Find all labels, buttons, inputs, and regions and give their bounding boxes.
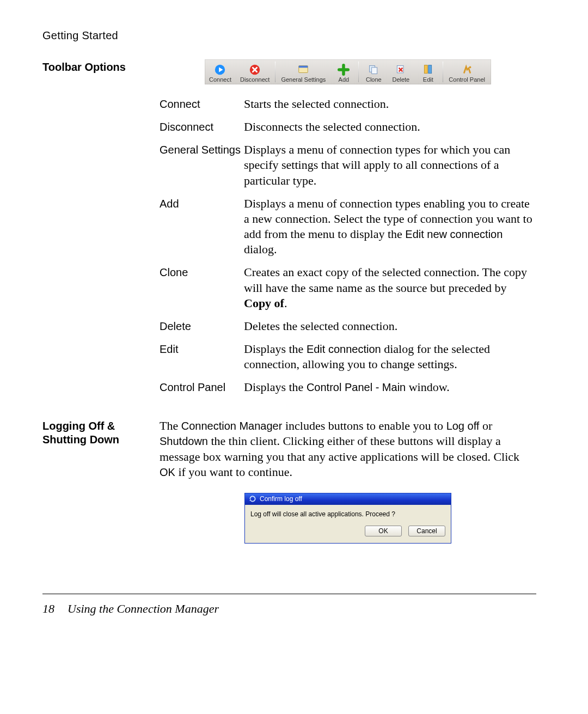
- svg-rect-9: [428, 65, 432, 74]
- def-desc: Starts the selected connection.: [244, 96, 536, 112]
- def-row-general-settings: General Settings Displays a menu of conn…: [160, 142, 536, 188]
- tb-delete-button[interactable]: Delete: [387, 59, 414, 84]
- para-text: the thin client. Clicking either of thes…: [160, 434, 519, 463]
- def-term: Edit: [160, 341, 244, 372]
- def-text: Displays the: [244, 342, 307, 356]
- tb-disconnect-label: Disconnect: [240, 76, 270, 83]
- tb-clone-button[interactable]: Clone: [360, 59, 387, 84]
- dialog-titlebar: Confirm log off: [245, 493, 451, 505]
- side-heading-logoff: Logging Off & Shutting Down: [42, 418, 160, 447]
- confirm-logoff-dialog: Confirm log off Log off will close all a…: [245, 493, 451, 543]
- tb-clone-label: Clone: [366, 76, 382, 83]
- def-term: Clone: [160, 265, 244, 310]
- def-row-clone: Clone Creates an exact copy of the selec…: [160, 265, 536, 310]
- side-heading-toolbar: Toolbar Options: [42, 59, 160, 74]
- def-row-add: Add Displays a menu of connection types …: [160, 196, 536, 258]
- tb-edit-button[interactable]: Edit: [414, 59, 442, 84]
- def-text: Creates an exact copy of the selected co…: [244, 265, 527, 294]
- tb-delete-label: Delete: [392, 76, 409, 83]
- page-footer: 18 Using the Connection Manager: [42, 594, 536, 616]
- disconnect-icon: [249, 64, 261, 76]
- def-desc: Displays a menu of connection types for …: [244, 142, 536, 188]
- add-icon: [338, 64, 350, 76]
- delete-icon: [395, 64, 407, 76]
- def-desc: Displays the Edit connection dialog for …: [244, 341, 536, 372]
- control-panel-icon: [461, 64, 473, 76]
- toolbar-definitions: Connect Starts the selected connection. …: [160, 96, 536, 395]
- def-term: Disconnect: [160, 119, 244, 135]
- tb-control-panel-button[interactable]: Control Panel: [444, 59, 489, 84]
- svg-marker-11: [249, 499, 252, 501]
- toolbar-screenshot: Connect Disconnect General Settings: [205, 59, 491, 84]
- def-desc: Creates an exact copy of the selected co…: [244, 265, 536, 310]
- dialog-name-inline: Control Panel - Main: [307, 381, 406, 393]
- section-logging-off: Logging Off & Shutting Down The Connecti…: [42, 418, 536, 543]
- tb-connect-label: Connect: [209, 76, 231, 83]
- tb-general-settings-label: General Settings: [281, 76, 326, 83]
- def-row-edit: Edit Displays the Edit connection dialog…: [160, 341, 536, 372]
- clone-icon: [367, 64, 379, 76]
- edit-icon: [422, 64, 434, 76]
- dialog-body: Log off will close all active applicatio…: [245, 505, 451, 543]
- general-settings-icon: [297, 64, 309, 76]
- section-toolbar-options: Toolbar Options Connect Disconnect: [42, 59, 536, 403]
- def-term: Control Panel: [160, 380, 244, 395]
- def-text: Displays the: [244, 380, 307, 394]
- cancel-button[interactable]: Cancel: [408, 526, 445, 536]
- page-number: 18: [42, 602, 54, 616]
- bold-inline: Copy of: [244, 296, 284, 310]
- tb-control-panel-label: Control Panel: [449, 76, 485, 83]
- def-text: window.: [406, 380, 449, 394]
- dialog-title: Confirm log off: [260, 495, 302, 503]
- tb-edit-label: Edit: [423, 76, 433, 83]
- connect-icon: [214, 64, 226, 76]
- svg-rect-4: [299, 66, 308, 68]
- def-row-delete: Delete Deletes the selected connection.: [160, 319, 536, 334]
- toolbar-separator: [275, 62, 275, 82]
- logoff-paragraph: The Connection Manager includes buttons …: [160, 418, 536, 480]
- tb-general-settings-button[interactable]: General Settings: [277, 59, 330, 84]
- running-head: Getting Started: [42, 29, 536, 42]
- ui-name-inline: Shutdown: [160, 435, 208, 447]
- svg-rect-6: [372, 68, 377, 74]
- para-text: includes buttons to enable you to: [282, 419, 446, 432]
- dialog-name-inline: Edit new connection: [405, 228, 503, 240]
- def-desc: Displays a menu of connection types enab…: [244, 196, 536, 258]
- tb-add-label: Add: [339, 76, 350, 83]
- para-text: or: [479, 419, 492, 432]
- dialog-message: Log off will close all active applicatio…: [250, 510, 445, 518]
- footer-text: 18 Using the Connection Manager: [42, 594, 536, 616]
- def-term: Add: [160, 196, 244, 258]
- logoff-body: The Connection Manager includes buttons …: [160, 418, 536, 543]
- def-term: Connect: [160, 96, 244, 112]
- para-text: if you want to continue.: [175, 465, 292, 479]
- refresh-icon: [249, 495, 256, 503]
- dialog-name-inline: Edit connection: [307, 343, 381, 355]
- def-row-control-panel: Control Panel Displays the Control Panel…: [160, 380, 536, 395]
- tb-disconnect-button[interactable]: Disconnect: [236, 59, 274, 84]
- footer-title: Using the Connection Manager: [68, 602, 219, 616]
- def-text: .: [284, 296, 287, 310]
- def-row-connect: Connect Starts the selected connection.: [160, 96, 536, 112]
- def-text: dialog.: [244, 242, 277, 256]
- def-desc: Displays the Control Panel - Main window…: [244, 380, 536, 395]
- tb-connect-button[interactable]: Connect: [205, 59, 236, 84]
- dialog-buttons: OK Cancel: [250, 526, 445, 536]
- def-term: Delete: [160, 319, 244, 334]
- def-desc: Disconnects the selected connection.: [244, 119, 536, 135]
- para-text: The: [160, 419, 181, 432]
- document-page: Getting Started Toolbar Options Connect …: [0, 0, 588, 714]
- ui-name-inline: OK: [160, 466, 175, 478]
- def-term: General Settings: [160, 142, 244, 188]
- tb-add-button[interactable]: Add: [330, 59, 357, 84]
- svg-point-10: [469, 66, 471, 69]
- def-desc: Deletes the selected connection.: [244, 319, 536, 334]
- ui-name-inline: Log off: [446, 420, 480, 432]
- svg-rect-8: [425, 65, 428, 74]
- toolbar-separator: [443, 62, 443, 82]
- ok-button[interactable]: OK: [365, 526, 402, 536]
- ui-name-inline: Connection Manager: [181, 420, 283, 432]
- toolbar-options-body: Connect Disconnect General Settings: [160, 59, 536, 403]
- toolbar-separator: [358, 62, 359, 82]
- def-row-disconnect: Disconnect Disconnects the selected conn…: [160, 119, 536, 135]
